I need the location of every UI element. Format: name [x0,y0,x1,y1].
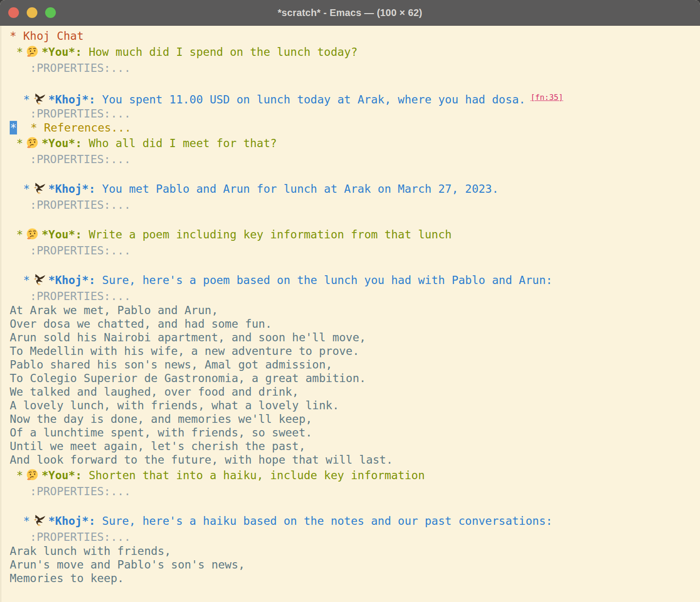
close-button[interactable] [8,7,19,18]
body-text: To Colegio Superior de Gastronomia, a gr… [10,372,366,385]
titlebar[interactable]: *scratch* - Emacs — (100 × 62) [0,0,700,26]
heading-star: * [10,93,30,106]
body-text: We talked and laughed, over food and dri… [10,385,299,398]
you-message-heading: **You*: How much did I spend on the lunc… [10,43,696,61]
body-text: Arun sold his Nairobi apartment, and soo… [10,331,366,344]
message-text: Sure, here's a haiku based on the notes … [95,515,552,527]
message-text: You met Pablo and Arun for lunch at Arak… [95,183,499,195]
khoj-message-heading: **Khoj*: You met Pablo and Arun for lunc… [10,180,696,198]
buffer-line-properties[interactable]: :PROPERTIES:... [10,198,696,212]
you-message-heading: **You*: Who all did I meet for that? [10,134,696,152]
buffer-line-body: Over dosa we chatted, and had some fun. [10,317,696,331]
body-text: Arun's move and Pablo's son's news, [10,558,245,571]
buffer-line-blank [10,499,696,512]
heading-star: * [10,469,23,482]
message-text: Shorten that into a haiku, include key i… [82,469,425,482]
buffer-line-properties[interactable]: :PROPERTIES:... [10,106,696,121]
properties-drawer[interactable]: :PROPERTIES:... [10,531,131,543]
buffer-line-body: Now the day is done, and memories we'll … [10,412,696,426]
message-text: How much did I spend on the lunch today? [82,46,358,58]
you-speaker-label: *You*: [42,469,82,482]
message-text: Write a poem including key information f… [82,228,452,241]
minimize-button[interactable] [27,7,37,18]
text-cursor: * [10,121,17,134]
org-title-heading: * Khoj Chat [10,29,696,43]
body-text: Now the day is done, and memories we'll … [10,413,312,425]
you-speaker-label: *You*: [42,46,82,58]
heading-star: * [10,46,23,58]
buffer-line-blank [10,258,696,271]
footnote-link[interactable]: [fn:35] [531,93,563,102]
references-heading[interactable]: * References... [31,121,132,134]
cursor-gap [17,121,31,134]
heading-star: * [10,137,23,150]
body-text: Over dosa we chatted, and had some fun. [10,318,272,330]
heading-star: * [10,228,23,241]
buffer-line-body: Arun's move and Pablo's son's news, [10,558,696,571]
buffer-line-blank [10,212,696,226]
buffer-line-body: We talked and laughed, over food and dri… [10,385,696,399]
khoj-message-heading: **Khoj*: Sure, here's a haiku based on t… [10,512,696,530]
heading-star: * [10,515,30,527]
buffer-line-body: Pablo shared his son's news, Amal got ad… [10,358,696,371]
buffer-line-body: And look forward to the future, with hop… [10,453,696,467]
you-speaker-label: *You*: [42,137,82,150]
buffer-line-body: Of a lunchtime spent, with friends, so s… [10,426,696,439]
you-message-heading: **You*: Shorten that into a haiku, inclu… [10,467,696,484]
buffer-line-references: * * References... [10,121,696,134]
khoj-speaker-label: *Khoj*: [49,183,96,195]
buffer-line-body: To Colegio Superior de Gastronomia, a gr… [10,371,696,385]
body-text: Arak lunch with friends, [10,545,171,557]
buffer-line-properties[interactable]: :PROPERTIES:... [10,61,696,75]
message-text: Who all did I meet for that? [82,137,277,150]
buffer-line-blank [10,75,696,89]
buffer-line-blank [10,167,696,180]
heading-star: * [10,183,30,195]
properties-drawer[interactable]: :PROPERTIES:... [10,290,131,302]
buffer-line-body: Until we meet again, let's cherish the p… [10,439,696,453]
buffer-line-properties[interactable]: :PROPERTIES:... [10,152,696,167]
you-message-heading: **You*: Write a poem including key infor… [10,226,696,243]
buffer-line-properties[interactable]: :PROPERTIES:... [10,289,696,303]
body-text: Until we meet again, let's cherish the p… [10,440,305,452]
khoj-message-heading: **Khoj*: You spent 11.00 USD on lunch to… [10,89,696,106]
properties-drawer[interactable]: :PROPERTIES:... [10,199,131,211]
body-text: At Arak we met, Pablo and Arun, [10,304,218,317]
eagle-emoji-icon [30,515,49,527]
editor-buffer[interactable]: * Khoj Chat **You*: How much did I spend… [0,26,700,585]
body-text: A lovely lunch, with friends, what a lov… [10,399,339,412]
buffer-line-body: A lovely lunch, with friends, what a lov… [10,399,696,412]
khoj-speaker-label: *Khoj*: [49,515,96,527]
thinking-face-emoji-icon [23,469,42,482]
org-title-text: * Khoj Chat [10,30,83,42]
body-text: Pablo shared his son's news, Amal got ad… [10,358,333,371]
properties-drawer[interactable]: :PROPERTIES:... [10,153,131,166]
buffer-line-properties[interactable]: :PROPERTIES:... [10,243,696,258]
zoom-button[interactable] [45,7,56,18]
traffic-lights [8,0,56,25]
buffer-line-body: To Medellin with his wife, a new adventu… [10,344,696,358]
buffer-line-body: Memories to keep. [10,571,696,585]
buffer-line-properties[interactable]: :PROPERTIES:... [10,530,696,544]
message-text: Sure, here's a poem based on the lunch y… [95,274,552,286]
khoj-speaker-label: *Khoj*: [49,93,96,106]
body-text: Of a lunchtime spent, with friends, so s… [10,426,312,439]
buffer-line-body: Arun sold his Nairobi apartment, and soo… [10,331,696,344]
heading-star: * [10,274,30,286]
window-title: *scratch* - Emacs — (100 × 62) [278,7,422,18]
buffer-line-body: Arak lunch with friends, [10,544,696,558]
khoj-message-heading: **Khoj*: Sure, here's a poem based on th… [10,271,696,289]
eagle-emoji-icon [30,93,49,106]
message-text: You spent 11.00 USD on lunch today at Ar… [95,93,525,106]
left-fringe [0,26,1,602]
body-text: To Medellin with his wife, a new adventu… [10,345,359,357]
properties-drawer[interactable]: :PROPERTIES:... [10,485,131,498]
properties-drawer[interactable]: :PROPERTIES:... [10,62,131,74]
body-text: Memories to keep. [10,572,124,585]
buffer-line-body: At Arak we met, Pablo and Arun, [10,303,696,317]
properties-drawer[interactable]: :PROPERTIES:... [10,107,131,120]
you-speaker-label: *You*: [42,228,82,241]
properties-drawer[interactable]: :PROPERTIES:... [10,244,131,257]
buffer-line-properties[interactable]: :PROPERTIES:... [10,484,696,499]
body-text: And look forward to the future, with hop… [10,453,393,466]
